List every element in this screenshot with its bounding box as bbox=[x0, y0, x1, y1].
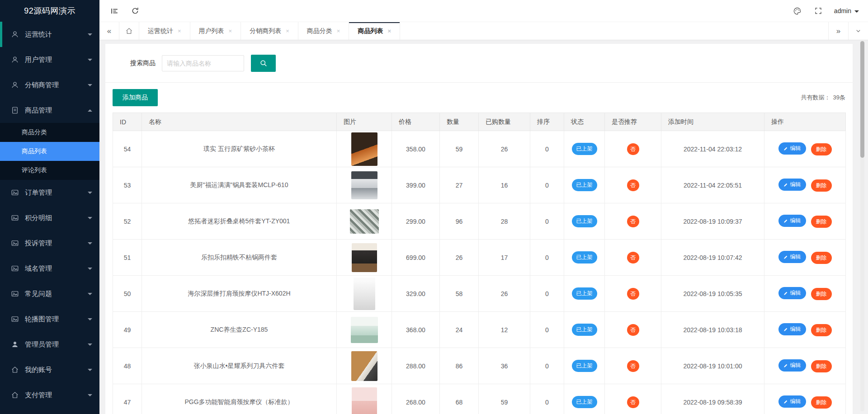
close-icon[interactable]: × bbox=[387, 28, 391, 34]
sidebar-subitem-product-list[interactable]: 商品列表 bbox=[0, 142, 99, 161]
sidebar-item-user-management[interactable]: 用户管理 bbox=[0, 47, 99, 72]
person-icon bbox=[11, 30, 19, 38]
cell-image bbox=[337, 312, 392, 348]
delete-button[interactable]: 删除 bbox=[811, 396, 832, 409]
sidebar-item-carousel-management[interactable]: 轮播图管理 bbox=[0, 306, 99, 332]
cell-name: 张小泉山水•星耀系列刀具六件套 bbox=[142, 348, 337, 384]
recommend-badge[interactable]: 否 bbox=[627, 324, 639, 336]
product-image bbox=[350, 209, 379, 234]
delete-button[interactable]: 删除 bbox=[811, 324, 832, 336]
sidebar-item-operation-stats[interactable]: 运营统计 bbox=[0, 22, 99, 47]
submenu-label: 商品列表 bbox=[22, 147, 47, 155]
sidebar-item-domain-management[interactable]: 域名管理 bbox=[0, 256, 99, 281]
recommend-badge[interactable]: 否 bbox=[627, 288, 639, 300]
sidebar-item-admin-management[interactable]: 管理员管理 bbox=[0, 332, 99, 357]
tab-operation-stats[interactable]: 运营统计 × bbox=[139, 22, 190, 40]
edit-button[interactable]: 编辑 bbox=[778, 359, 806, 372]
table-row: 51 乐扣乐扣精铁不粘锅两件套 699.00 26 17 0 已上架 否 202… bbox=[113, 240, 846, 276]
sidebar-item-points-detail[interactable]: 积分明细 bbox=[0, 205, 99, 231]
menu-label: 轮播图管理 bbox=[25, 315, 84, 324]
status-badge[interactable]: 已上架 bbox=[572, 396, 597, 408]
close-icon[interactable]: × bbox=[337, 28, 340, 34]
close-icon[interactable]: × bbox=[229, 28, 232, 34]
user-menu[interactable]: admin bbox=[834, 7, 859, 14]
status-badge[interactable]: 已上架 bbox=[572, 251, 597, 263]
chevron-down-icon bbox=[88, 369, 92, 371]
recommend-badge[interactable]: 否 bbox=[627, 252, 639, 263]
sidebar-item-payment-management[interactable]: 支付管理 bbox=[0, 382, 99, 408]
sidebar-item-complaint-management[interactable]: 投诉管理 bbox=[0, 231, 99, 256]
tab-label: 商品分类 bbox=[307, 27, 332, 35]
tab-label: 商品列表 bbox=[358, 27, 383, 35]
person-solid-icon bbox=[11, 340, 19, 348]
delete-button[interactable]: 删除 bbox=[811, 252, 832, 264]
tab-product-category[interactable]: 商品分类 × bbox=[298, 22, 349, 40]
delete-button[interactable]: 删除 bbox=[811, 216, 832, 228]
sidebar-toggle-icon[interactable] bbox=[106, 0, 123, 22]
refresh-icon[interactable] bbox=[127, 0, 144, 22]
edit-button[interactable]: 编辑 bbox=[778, 142, 806, 155]
sidebar-item-order-management[interactable]: 订单管理 bbox=[0, 180, 99, 205]
sidebar-subitem-comment-list[interactable]: 评论列表 bbox=[0, 161, 99, 180]
app-title: 92源码网演示 bbox=[0, 0, 99, 22]
tab-label: 用户列表 bbox=[199, 27, 224, 35]
image-icon bbox=[11, 239, 19, 247]
cell-recommend: 否 bbox=[605, 131, 661, 167]
edit-button[interactable]: 编辑 bbox=[778, 215, 806, 227]
sidebar-item-distributor-management[interactable]: 分销商管理 bbox=[0, 72, 99, 98]
tab-product-list[interactable]: 商品列表 × bbox=[349, 22, 400, 40]
recommend-badge[interactable]: 否 bbox=[627, 143, 639, 155]
search-button[interactable] bbox=[251, 55, 276, 72]
edit-label: 编辑 bbox=[790, 362, 801, 369]
recommend-badge[interactable]: 否 bbox=[627, 360, 639, 372]
vertical-scrollbar-thumb[interactable] bbox=[860, 41, 864, 158]
status-badge[interactable]: 已上架 bbox=[572, 287, 597, 300]
edit-button[interactable]: 编辑 bbox=[778, 395, 806, 408]
cell-recommend: 否 bbox=[605, 384, 661, 414]
tabs-scroll-right-icon[interactable]: » bbox=[828, 22, 848, 40]
menu-label: 商品管理 bbox=[25, 106, 84, 115]
tabs-scroll-left-icon[interactable]: « bbox=[99, 22, 119, 40]
sidebar-item-faq[interactable]: 常见问题 bbox=[0, 281, 99, 306]
status-badge[interactable]: 已上架 bbox=[572, 143, 597, 155]
sidebar-item-product-management[interactable]: 商品管理 bbox=[0, 98, 99, 123]
recommend-badge[interactable]: 否 bbox=[627, 179, 639, 191]
chevron-down-icon bbox=[88, 343, 92, 346]
delete-button[interactable]: 删除 bbox=[811, 288, 832, 300]
close-icon[interactable]: × bbox=[178, 28, 181, 34]
recommend-badge[interactable]: 否 bbox=[627, 396, 639, 408]
close-icon[interactable]: × bbox=[286, 28, 289, 34]
status-badge[interactable]: 已上架 bbox=[572, 215, 597, 227]
edit-button[interactable]: 编辑 bbox=[778, 251, 806, 263]
pencil-icon bbox=[783, 291, 788, 296]
delete-button[interactable]: 删除 bbox=[811, 360, 832, 372]
sidebar-subitem-product-category[interactable]: 商品分类 bbox=[0, 123, 99, 142]
pencil-icon bbox=[783, 183, 788, 187]
cell-image bbox=[337, 276, 392, 312]
edit-button[interactable]: 编辑 bbox=[778, 323, 806, 335]
home-tab[interactable] bbox=[119, 22, 139, 40]
cell-image bbox=[337, 348, 392, 384]
tab-user-list[interactable]: 用户列表 × bbox=[190, 22, 241, 40]
delete-button[interactable]: 删除 bbox=[811, 179, 832, 192]
fullscreen-icon[interactable] bbox=[810, 0, 827, 22]
sidebar-item-my-account[interactable]: 我的账号 bbox=[0, 357, 99, 382]
search-input[interactable] bbox=[162, 55, 244, 71]
status-badge[interactable]: 已上架 bbox=[572, 179, 597, 191]
tabs-menu-icon[interactable] bbox=[848, 22, 868, 40]
status-badge[interactable]: 已上架 bbox=[572, 360, 597, 372]
theme-palette-icon[interactable] bbox=[789, 0, 806, 22]
edit-button[interactable]: 编辑 bbox=[778, 179, 806, 191]
cell-id: 50 bbox=[113, 276, 142, 312]
edit-button[interactable]: 编辑 bbox=[778, 287, 806, 299]
status-badge[interactable]: 已上架 bbox=[572, 324, 597, 336]
delete-button[interactable]: 删除 bbox=[811, 143, 832, 155]
cell-name: 璞实 五行原矿紫砂小茶杯 bbox=[142, 131, 337, 167]
cell-image bbox=[337, 167, 392, 203]
cell-name: 乐扣乐扣精铁不粘锅两件套 bbox=[142, 240, 337, 276]
chevron-down-icon bbox=[88, 59, 92, 61]
tab-distributor-list[interactable]: 分销商列表 × bbox=[241, 22, 298, 40]
recommend-badge[interactable]: 否 bbox=[627, 216, 639, 227]
add-product-button[interactable]: 添加商品 bbox=[113, 89, 158, 106]
menu-label: 支付管理 bbox=[25, 391, 84, 400]
